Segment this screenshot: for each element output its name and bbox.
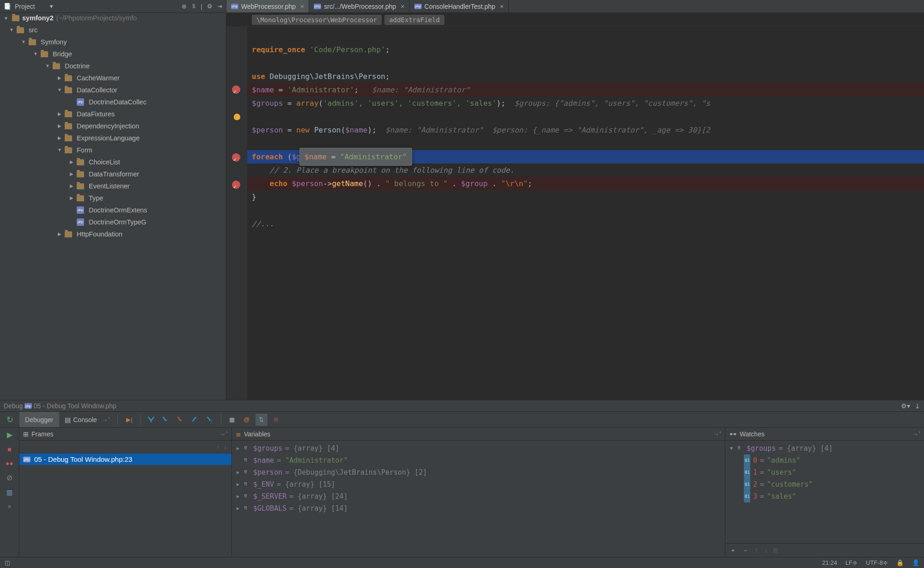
- at-icon[interactable]: @: [241, 414, 253, 426]
- tree-item[interactable]: ▼Form: [0, 144, 226, 156]
- twistie-icon[interactable]: [235, 457, 241, 464]
- project-dropdown[interactable]: ▾: [50, 3, 53, 10]
- twistie-icon[interactable]: ▼: [56, 147, 63, 153]
- show-execution-point-icon[interactable]: ▶|: [123, 414, 135, 426]
- watch-item[interactable]: 01 1 = "users": [728, 466, 921, 478]
- twistie-icon[interactable]: ▶: [235, 469, 241, 476]
- twistie-icon[interactable]: ▶: [56, 123, 63, 129]
- step-into-icon[interactable]: [160, 414, 172, 426]
- step-over-icon[interactable]: [145, 414, 157, 426]
- tree-item[interactable]: ▼Symfony: [0, 36, 226, 48]
- resume-icon[interactable]: ▶: [7, 430, 12, 439]
- twistie-icon[interactable]: ▼: [20, 39, 27, 45]
- view-breakpoints-icon[interactable]: ●●: [6, 459, 13, 467]
- twistie-icon[interactable]: ▶: [56, 231, 63, 237]
- twistie-icon[interactable]: ▼: [44, 63, 51, 69]
- console-tab[interactable]: ▤Console→ˈ: [59, 412, 116, 427]
- inspector-icon[interactable]: 👤: [912, 559, 919, 566]
- up-icon[interactable]: ↑: [216, 443, 219, 450]
- stack-frame[interactable]: php 05 - Debug Tool Window.php:23: [19, 453, 231, 465]
- twistie-icon[interactable]: ▼: [728, 445, 735, 452]
- variable-row[interactable]: ▶⠿$person = {Debugging\JetBrains\Person}…: [235, 466, 722, 478]
- twistie-icon[interactable]: ▶: [235, 445, 241, 452]
- variable-row[interactable]: ⠿$name = "Administrator": [235, 454, 722, 466]
- twistie-icon[interactable]: [68, 207, 75, 213]
- restore-icon[interactable]: →ˈ: [713, 430, 721, 438]
- settings-gear-icon[interactable]: ⚙▾: [901, 402, 910, 410]
- tree-item[interactable]: phpDoctrineOrmTypeG: [0, 216, 226, 228]
- down-icon[interactable]: ↓: [765, 547, 768, 554]
- twistie-icon[interactable]: ▶: [56, 75, 63, 81]
- close-icon[interactable]: ×: [401, 3, 404, 10]
- breakpoint-icon[interactable]: [232, 153, 240, 162]
- download-icon[interactable]: ⤓: [915, 402, 920, 410]
- twistie-icon[interactable]: ▼: [32, 51, 39, 57]
- breadcrumb-segment[interactable]: addExtraField: [384, 15, 444, 25]
- close-icon[interactable]: ×: [300, 3, 304, 10]
- variable-row[interactable]: ▶⠿$GLOBALS = {array} [14]: [235, 502, 722, 514]
- copy-icon[interactable]: ⎘: [774, 547, 778, 554]
- collapse-all-icon[interactable]: ⥮: [191, 3, 196, 10]
- tree-item[interactable]: phpDoctrineOrmExtens: [0, 204, 226, 216]
- tree-item[interactable]: ▶ChoiceList: [0, 156, 226, 168]
- sort-icon[interactable]: ⇅: [255, 414, 267, 426]
- breakpoint-icon[interactable]: [232, 181, 240, 189]
- lock-icon[interactable]: 🔒: [896, 559, 904, 566]
- down-icon[interactable]: ↓: [224, 443, 227, 450]
- remove-watch-icon[interactable]: －: [742, 546, 748, 555]
- tool-windows-icon[interactable]: ◫: [5, 559, 10, 566]
- restore-icon[interactable]: →ˈ: [219, 430, 228, 438]
- twistie-icon[interactable]: [68, 219, 75, 225]
- run-to-cursor-icon[interactable]: I: [204, 414, 216, 426]
- breadcrumb-segment[interactable]: \Monolog\Processor\WebProcessor: [252, 15, 382, 25]
- tree-item[interactable]: ▶EventListener: [0, 180, 226, 192]
- tree-item[interactable]: ▶Type: [0, 192, 226, 204]
- gutter[interactable]: [226, 27, 247, 400]
- twistie-icon[interactable]: ▶: [235, 505, 241, 512]
- twistie-icon[interactable]: ▶: [68, 171, 75, 177]
- copy-icon[interactable]: ⎘: [270, 414, 282, 426]
- code-editor[interactable]: require_once 'Code/Person.php'; use Debu…: [226, 27, 924, 400]
- settings-gear-icon[interactable]: ⚙: [207, 3, 213, 10]
- tab-src-webprocessor[interactable]: phpsrc/.../WebProcessor.php×: [309, 0, 409, 12]
- tab-consolehandlertest[interactable]: phpConsoleHandlerTest.php×: [410, 0, 509, 12]
- step-out-icon[interactable]: [189, 414, 201, 426]
- watch-item[interactable]: 01 2 = "customers": [728, 478, 921, 490]
- evaluate-expression-icon[interactable]: ▦: [226, 414, 238, 426]
- twistie-icon[interactable]: ▶: [56, 111, 63, 117]
- tree-item[interactable]: ▶ExpressionLanguage: [0, 132, 226, 144]
- variable-row[interactable]: ▶⠿$groups = {array} [4]: [235, 442, 722, 454]
- twistie-icon[interactable]: ▶: [68, 183, 75, 189]
- tree-item[interactable]: ▶CacheWarmer: [0, 72, 226, 84]
- bulb-icon[interactable]: [234, 114, 240, 120]
- tree-item[interactable]: ▼Bridge: [0, 48, 226, 60]
- debugger-tab[interactable]: Debugger: [19, 412, 59, 427]
- twistie-icon[interactable]: ▼: [3, 15, 9, 21]
- variable-row[interactable]: ▶⠿$_SERVER = {array} [24]: [235, 490, 722, 502]
- tree-item[interactable]: ▼src: [0, 24, 226, 36]
- close-icon[interactable]: ×: [500, 3, 504, 10]
- tree-item[interactable]: ▼DataCollector: [0, 84, 226, 96]
- twistie-icon[interactable]: ▶: [235, 493, 241, 500]
- hide-icon[interactable]: ⇥: [217, 3, 222, 10]
- twistie-icon[interactable]: ▶: [68, 159, 75, 165]
- mute-breakpoints-icon[interactable]: ⊘: [6, 473, 12, 482]
- line-ending[interactable]: LF≑: [845, 559, 857, 566]
- tree-item[interactable]: ▶DataFixtures: [0, 108, 226, 120]
- scroll-to-source-icon[interactable]: ⊕: [182, 3, 187, 10]
- restore-icon[interactable]: →ˈ: [912, 430, 920, 438]
- twistie-icon[interactable]: ▼: [56, 87, 63, 93]
- tree-item[interactable]: ▼Doctrine: [0, 60, 226, 72]
- watch-row[interactable]: ▼⠿$groups = {array} [4]: [728, 442, 921, 454]
- tree-item[interactable]: ▶DataTransformer: [0, 168, 226, 180]
- watch-item[interactable]: 01 0 = "admins": [728, 454, 921, 466]
- stop-icon[interactable]: ■: [7, 446, 11, 453]
- breakpoint-icon[interactable]: [232, 85, 240, 94]
- encoding[interactable]: UTF-8≑: [866, 559, 888, 566]
- force-step-into-icon[interactable]: [175, 414, 187, 426]
- twistie-icon[interactable]: ▶: [56, 135, 63, 141]
- twistie-icon[interactable]: ▼: [8, 27, 15, 33]
- more-icon[interactable]: »: [8, 502, 12, 510]
- tree-item[interactable]: phpDoctrineDataCollec: [0, 96, 226, 108]
- add-watch-icon[interactable]: ＋: [730, 546, 736, 555]
